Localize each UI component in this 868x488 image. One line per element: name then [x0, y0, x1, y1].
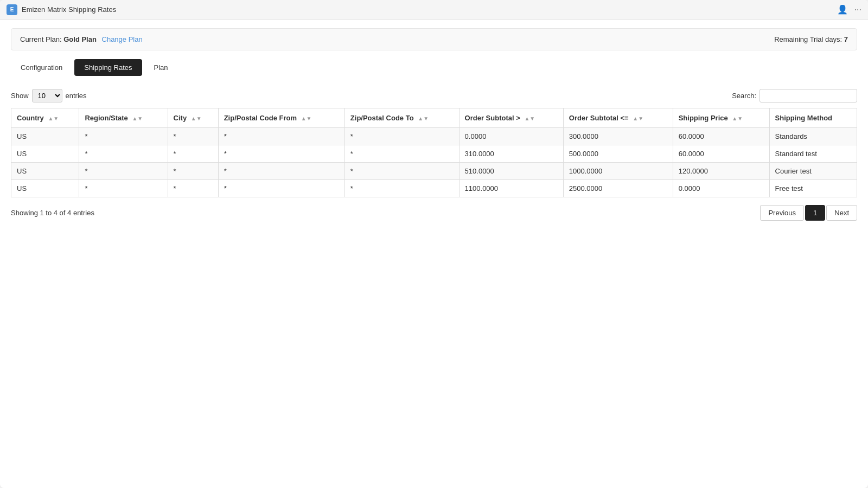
tab-plan[interactable]: Plan — [144, 59, 178, 76]
col-header-city[interactable]: City ▲▼ — [168, 108, 218, 128]
table-row: US****0.0000300.000060.0000Standards — [11, 128, 857, 145]
previous-button[interactable]: Previous — [760, 205, 804, 221]
trial-label: Remaining Trial days: — [774, 35, 842, 43]
showing-info: Showing 1 to 4 of 4 entries — [11, 209, 94, 217]
cell-row3-col6: 2500.0000 — [563, 180, 673, 197]
cell-row2-col7: 120.0000 — [673, 163, 769, 180]
search-label: Search: — [732, 92, 756, 100]
title-bar-right: 👤 ··· — [837, 4, 861, 15]
cell-row0-col5: 0.0000 — [459, 128, 563, 145]
tab-shipping-rates[interactable]: Shipping Rates — [74, 59, 142, 76]
page-1-button[interactable]: 1 — [805, 205, 825, 221]
col-header-zip-from[interactable]: Zip/Postal Code From ▲▼ — [218, 108, 344, 128]
app-icon: E — [7, 4, 17, 15]
app-title: Emizen Matrix Shipping Rates — [22, 5, 116, 14]
plan-bar-left: Current Plan: Gold Plan Change Plan — [20, 35, 143, 43]
tab-configuration[interactable]: Configuration — [11, 59, 72, 76]
col-header-order-gt[interactable]: Order Subtotal > ▲▼ — [459, 108, 563, 128]
col-header-country[interactable]: Country ▲▼ — [11, 108, 79, 128]
trial-days: 7 — [844, 35, 848, 43]
main-content: Current Plan: Gold Plan Change Plan Rema… — [0, 20, 868, 488]
cell-row0-col7: 60.0000 — [673, 128, 769, 145]
cell-row3-col4: * — [344, 180, 459, 197]
plan-label: Current Plan: — [20, 35, 62, 43]
col-header-region-state[interactable]: Region/State ▲▼ — [79, 108, 168, 128]
cell-row0-col8: Standards — [769, 128, 857, 145]
cell-row1-col8: Standard test — [769, 145, 857, 163]
title-bar: E Emizen Matrix Shipping Rates 👤 ··· — [0, 0, 868, 20]
cell-row1-col3: * — [218, 145, 344, 163]
table-row: US****510.00001000.0000120.0000Courier t… — [11, 163, 857, 180]
cell-row1-col1: * — [79, 145, 168, 163]
col-header-shipping-method[interactable]: Shipping Method — [769, 108, 857, 128]
cell-row0-col0: US — [11, 128, 79, 145]
cell-row2-col1: * — [79, 163, 168, 180]
cell-row2-col2: * — [168, 163, 218, 180]
sort-icon-country: ▲▼ — [48, 115, 59, 121]
col-header-shipping-price[interactable]: Shipping Price ▲▼ — [673, 108, 769, 128]
tabs-container: Configuration Shipping Rates Plan — [11, 59, 857, 78]
plan-name: Gold Plan — [63, 35, 97, 43]
sort-icon-zip-to: ▲▼ — [418, 115, 429, 121]
sort-icon-city: ▲▼ — [191, 115, 202, 121]
cell-row1-col4: * — [344, 145, 459, 163]
table-header-row: Country ▲▼ Region/State ▲▼ City ▲▼ Zip/P… — [11, 108, 857, 128]
show-entries-control: Show 10 25 50 100 entries — [11, 89, 87, 102]
search-box: Search: — [732, 89, 857, 102]
sort-icon-order-gt: ▲▼ — [524, 115, 535, 121]
cell-row3-col3: * — [218, 180, 344, 197]
cell-row3-col8: Free test — [769, 180, 857, 197]
table-row: US****1100.00002500.00000.0000Free test — [11, 180, 857, 197]
col-header-order-lte[interactable]: Order Subtotal <= ▲▼ — [563, 108, 673, 128]
cell-row3-col5: 1100.0000 — [459, 180, 563, 197]
cell-row2-col5: 510.0000 — [459, 163, 563, 180]
sort-icon-price: ▲▼ — [732, 115, 743, 121]
entries-label: entries — [66, 92, 87, 100]
pagination-area: Showing 1 to 4 of 4 entries Previous 1 N… — [11, 205, 857, 221]
cell-row2-col6: 1000.0000 — [563, 163, 673, 180]
plan-bar: Current Plan: Gold Plan Change Plan Rema… — [11, 28, 857, 50]
sort-icon-region: ▲▼ — [132, 115, 143, 121]
col-header-zip-to[interactable]: Zip/Postal Code To ▲▼ — [344, 108, 459, 128]
cell-row0-col4: * — [344, 128, 459, 145]
next-button[interactable]: Next — [826, 205, 857, 221]
cell-row3-col0: US — [11, 180, 79, 197]
cell-row2-col3: * — [218, 163, 344, 180]
cell-row2-col0: US — [11, 163, 79, 180]
cell-row0-col6: 300.0000 — [563, 128, 673, 145]
cell-row3-col7: 0.0000 — [673, 180, 769, 197]
cell-row1-col2: * — [168, 145, 218, 163]
title-bar-left: E Emizen Matrix Shipping Rates — [7, 4, 116, 15]
cell-row3-col1: * — [79, 180, 168, 197]
cell-row3-col2: * — [168, 180, 218, 197]
table-row: US****310.0000500.000060.0000Standard te… — [11, 145, 857, 163]
cell-row1-col0: US — [11, 145, 79, 163]
user-icon[interactable]: 👤 — [837, 4, 848, 15]
pagination-buttons: Previous 1 Next — [760, 205, 857, 221]
search-input[interactable] — [760, 89, 857, 102]
show-label: Show — [11, 92, 29, 100]
shipping-rates-table: Country ▲▼ Region/State ▲▼ City ▲▼ Zip/P… — [11, 108, 857, 197]
sort-icon-order-lte: ▲▼ — [633, 115, 643, 121]
change-plan-link[interactable]: Change Plan — [102, 35, 143, 43]
cell-row1-col6: 500.0000 — [563, 145, 673, 163]
table-controls: Show 10 25 50 100 entries Search: — [11, 89, 857, 102]
more-icon[interactable]: ··· — [854, 5, 861, 15]
cell-row2-col8: Courier test — [769, 163, 857, 180]
sort-icon-zip-from: ▲▼ — [301, 115, 312, 121]
cell-row2-col4: * — [344, 163, 459, 180]
cell-row0-col3: * — [218, 128, 344, 145]
cell-row0-col2: * — [168, 128, 218, 145]
entries-select[interactable]: 10 25 50 100 — [32, 89, 62, 102]
cell-row0-col1: * — [79, 128, 168, 145]
plan-bar-right: Remaining Trial days: 7 — [774, 35, 848, 43]
cell-row1-col7: 60.0000 — [673, 145, 769, 163]
cell-row1-col5: 310.0000 — [459, 145, 563, 163]
